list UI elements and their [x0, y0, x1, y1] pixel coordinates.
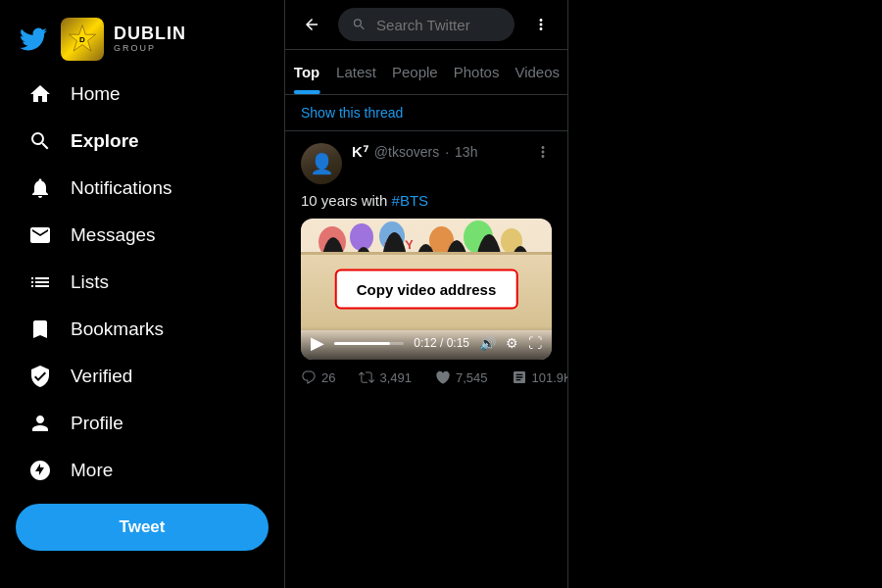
sidebar-item-profile[interactable]: Profile [8, 401, 276, 446]
retweet-action[interactable]: 3,491 [359, 369, 412, 385]
search-header [285, 0, 567, 50]
sidebar-item-verified[interactable]: Verified [8, 354, 276, 399]
tweet-handle: @tksovers [374, 144, 439, 160]
tweet-user-row: K⁷ @tksovers · 13h [352, 143, 524, 161]
search-input[interactable] [376, 17, 501, 33]
avatar-image: 👤 [301, 143, 342, 184]
list-icon [27, 270, 53, 295]
logo-text: DUBLIN GROUP [114, 24, 186, 54]
analytics-action[interactable]: 101.9K [512, 369, 568, 385]
search-bar [338, 8, 514, 41]
fullscreen-button[interactable]: ⛶ [528, 335, 542, 351]
volume-button[interactable]: 🔊 [479, 335, 496, 351]
person-icon [27, 411, 53, 436]
tweet-username: K⁷ [352, 143, 368, 161]
home-label: Home [71, 83, 121, 105]
verified-label: Verified [71, 366, 132, 387]
search-tabs: Top Latest People Photos Videos [285, 50, 567, 95]
twitter-bird-icon [16, 22, 51, 57]
back-button[interactable] [297, 10, 326, 39]
settings-button[interactable]: ⚙ [506, 335, 518, 351]
notifications-label: Notifications [71, 177, 172, 199]
tweet-header: 👤 K⁷ @tksovers · 13h [301, 143, 552, 184]
tweet-button[interactable]: Tweet [16, 504, 269, 551]
tweet-time: 13h [455, 144, 477, 160]
sidebar-item-lists[interactable]: Lists [8, 260, 276, 305]
copy-video-address-tooltip[interactable]: Copy video address [335, 270, 518, 310]
bookmarks-label: Bookmarks [71, 318, 164, 340]
logo-area: D DUBLIN GROUP [0, 10, 284, 71]
search-nav-icon [27, 128, 53, 154]
tweet-item: 👤 K⁷ @tksovers · 13h 10 years with #BTS [285, 131, 567, 397]
sidebar-item-bookmarks[interactable]: Bookmarks [8, 307, 276, 352]
sidebar: D DUBLIN GROUP Home Explore Notification… [0, 0, 284, 588]
bell-icon [27, 175, 53, 201]
tab-top[interactable]: Top [285, 50, 328, 94]
reply-action[interactable]: 26 [301, 369, 335, 385]
like-action[interactable]: 7,545 [435, 369, 488, 385]
more-circle-icon [27, 458, 53, 483]
sidebar-item-home[interactable]: Home [8, 72, 276, 117]
video-controls: ▶ 0:12 / 0:15 🔊 ⚙ ⛶ [301, 326, 552, 360]
tweet-actions: 26 3,491 7,545 101.9K [301, 369, 552, 385]
right-panel [568, 0, 882, 588]
mail-icon [27, 222, 53, 248]
tweet-more-button[interactable] [534, 143, 552, 161]
logo-sub-text: GROUP [114, 44, 186, 54]
main-content: Top Latest People Photos Videos Show thi… [284, 0, 568, 588]
logo-main-text: DUBLIN [114, 24, 186, 44]
tab-photos[interactable]: Photos [446, 50, 508, 94]
hashtag[interactable]: #BTS [392, 192, 429, 209]
tab-people[interactable]: People [384, 50, 446, 94]
logo-badge: D [61, 18, 104, 61]
svg-text:D: D [79, 35, 85, 44]
verified-icon [27, 364, 53, 389]
more-label: More [71, 460, 113, 481]
messages-label: Messages [71, 224, 156, 246]
avatar: 👤 [301, 143, 342, 184]
sidebar-item-notifications[interactable]: Notifications [8, 166, 276, 211]
tweet-text: 10 years with #BTS [301, 192, 552, 209]
sidebar-item-more[interactable]: More [8, 448, 276, 493]
search-icon [352, 16, 367, 33]
tweet-meta: K⁷ @tksovers · 13h [352, 143, 524, 161]
home-icon [27, 81, 53, 107]
bookmark-icon [27, 317, 53, 342]
tab-latest[interactable]: Latest [328, 50, 384, 94]
video-player[interactable]: PPY THDAY! Copy video address [301, 219, 552, 360]
show-thread-link[interactable]: Show this thread [285, 95, 567, 131]
sidebar-item-explore[interactable]: Explore [8, 119, 276, 164]
more-options-button[interactable] [526, 10, 556, 39]
progress-fill [334, 342, 390, 345]
lists-label: Lists [71, 271, 109, 293]
explore-label: Explore [71, 130, 139, 152]
video-time: 0:12 / 0:15 [414, 336, 469, 350]
progress-bar[interactable] [334, 342, 404, 345]
sidebar-item-messages[interactable]: Messages [8, 213, 276, 258]
play-button[interactable]: ▶ [311, 332, 324, 354]
profile-label: Profile [71, 413, 123, 434]
tab-videos[interactable]: Videos [507, 50, 567, 94]
